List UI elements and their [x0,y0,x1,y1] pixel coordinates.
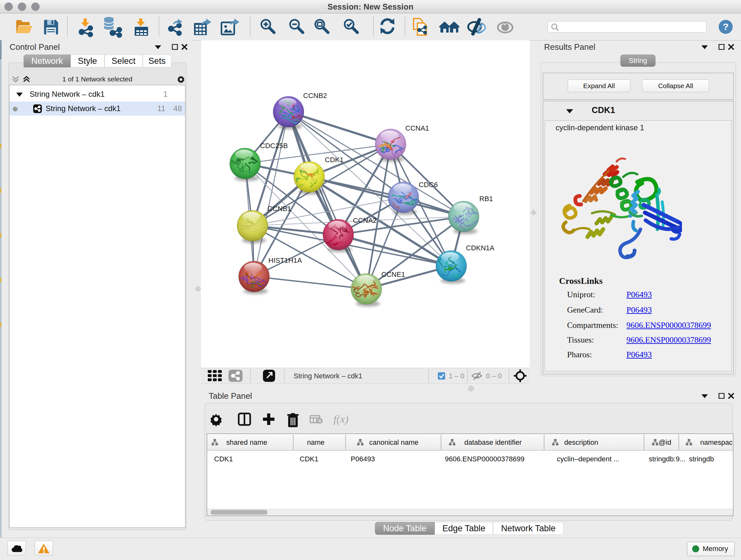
svg-text:P06493: P06493 [351,455,375,463]
svg-text:CDK1: CDK1 [214,455,233,463]
svg-text:CCNA1: CCNA1 [405,124,429,132]
svg-text:CDKN1A: CDKN1A [466,244,495,252]
svg-text:9606.ENSP00000378699: 9606.ENSP00000378699 [445,455,525,463]
svg-text:stringdb:9...: stringdb:9... [649,455,685,463]
svg-text:CCNB2: CCNB2 [303,91,327,100]
svg-text:cyclin–dependent ...: cyclin–dependent ... [557,455,619,463]
svg-text:CCNE1: CCNE1 [381,270,405,278]
svg-text:CDC25B: CDC25B [260,142,288,150]
svg-text:?: ? [723,21,729,32]
svg-text:database identifier: database identifier [464,438,522,446]
svg-text:@id: @id [659,438,671,446]
svg-text:CDK1: CDK1 [300,455,319,463]
svg-text:canonical name: canonical name [369,438,418,446]
svg-text:CCNA2: CCNA2 [353,216,377,225]
svg-text:shared name: shared name [226,438,267,446]
svg-text:RB1: RB1 [479,195,493,203]
svg-text:CDC6: CDC6 [419,181,438,189]
svg-text:CDK1: CDK1 [325,156,344,164]
svg-text:stringdb: stringdb [689,455,714,463]
svg-text:CCNB1: CCNB1 [267,205,291,212]
svg-text:1 – 0: 1 – 0 [449,372,464,380]
svg-text:String Network – cdk1: String Network – cdk1 [293,372,362,380]
svg-text:f(x): f(x) [333,413,348,425]
svg-text:namespac: namespac [700,438,733,446]
svg-text:0 – 0: 0 – 0 [486,372,502,380]
svg-text:description: description [564,438,598,446]
svg-text:name: name [307,438,325,446]
svg-text:HIST1H1A: HIST1H1A [268,256,302,264]
